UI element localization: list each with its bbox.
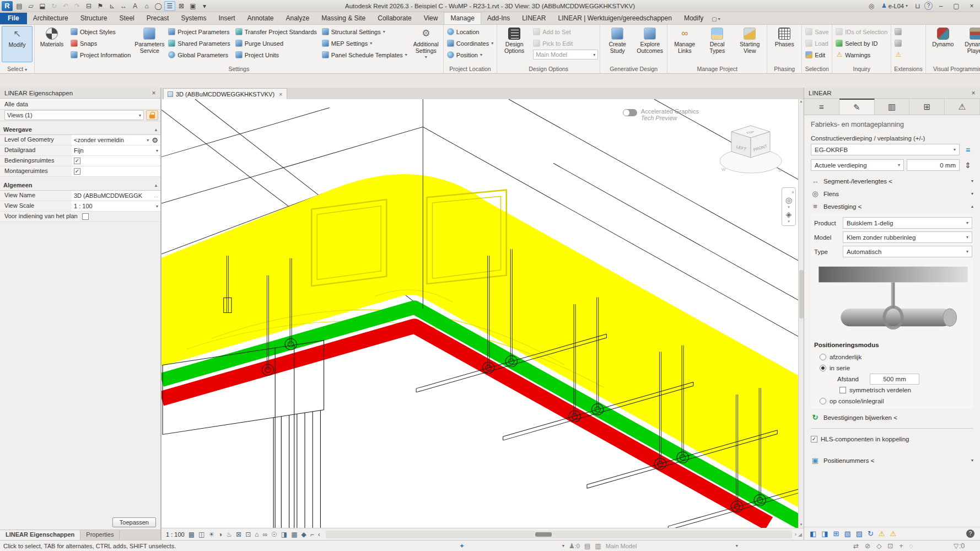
cart-icon[interactable]: ⊔	[912, 1, 923, 11]
resize-grip[interactable]: ◢	[798, 532, 804, 537]
positienummers-row[interactable]: ▣ Positienummers < ▾	[811, 454, 973, 467]
dynamo-button[interactable]: Dynamo	[928, 26, 959, 62]
zoom-icon[interactable]: ◈	[786, 210, 792, 219]
scrollbar-thumb[interactable]	[535, 532, 552, 537]
tab-warnings[interactable]: ⚠	[945, 99, 980, 115]
radio-afzonderlijk[interactable]: afzonderlijk	[814, 352, 972, 363]
show-rendering-icon[interactable]: ♨	[226, 531, 232, 538]
close-navbar-icon[interactable]: ×	[791, 190, 794, 195]
edit-selection-button[interactable]: Edit	[804, 49, 830, 61]
crop-view-icon[interactable]: ⊠	[236, 531, 241, 538]
tab-file[interactable]: File	[0, 13, 27, 24]
undo-icon[interactable]: ↶	[60, 1, 71, 11]
radio-in-serie[interactable]: in serie	[814, 363, 972, 374]
revit-logo[interactable]: R	[2, 1, 13, 11]
lock-view-icon[interactable]: ⌂	[255, 531, 259, 538]
temporary-hide-isolate-icon[interactable]: ∞	[262, 531, 267, 538]
project-information-button[interactable]: Project Information	[69, 49, 132, 61]
hls-checkbox[interactable]: ✓	[811, 436, 817, 442]
tab-edit[interactable]: ✎	[839, 99, 875, 115]
horizontal-scrollbar[interactable]	[326, 531, 792, 538]
status-tool-icon[interactable]: ✦	[459, 542, 465, 550]
close-properties-icon[interactable]: ×	[149, 89, 158, 97]
shadows-icon[interactable]: ◑	[218, 531, 222, 538]
3d-model-canvas[interactable]	[161, 99, 804, 528]
bevestigingen-bijwerken-row[interactable]: ↻ Bevestigingen bijwerken <	[811, 411, 973, 424]
detailgraad-dropdown[interactable]: Fijn▾	[72, 145, 160, 155]
views-dropdown[interactable]: Views (1)▾	[4, 110, 144, 120]
show-crop-icon[interactable]: ⊡	[245, 531, 251, 538]
linear-tool-6-icon[interactable]: ↻	[868, 530, 874, 538]
toepassen-button[interactable]: Toepassen	[112, 517, 156, 527]
selection-filter-button[interactable]: ▽ :0	[954, 542, 965, 550]
afstand-input[interactable]: 500 mm	[870, 374, 919, 385]
close-linear-panel-icon[interactable]: ×	[969, 89, 978, 97]
switch-windows-icon[interactable]: ▣	[187, 1, 198, 11]
gear-icon[interactable]: ⚙	[152, 136, 158, 144]
additional-settings-button[interactable]: ⚙ Additional Settings▾	[411, 26, 441, 62]
symmetrisch-row[interactable]: symmetrisch verdelen	[814, 385, 972, 396]
close-window-button[interactable]: ×	[965, 1, 979, 11]
search-icon[interactable]: ◎	[866, 1, 877, 11]
purge-unused-button[interactable]: Purge Unused	[234, 37, 319, 49]
tab-properties[interactable]: Properties	[80, 530, 120, 540]
tab-structure[interactable]: Structure	[74, 13, 114, 24]
tab-view[interactable]: View	[418, 13, 444, 24]
modify-button[interactable]: ↖ Modify	[2, 26, 33, 62]
materials-button[interactable]: Materials	[36, 26, 67, 62]
explore-outcomes-button[interactable]: Explore Outcomes	[634, 26, 665, 62]
section-algemeen[interactable]: Algemeen▴	[0, 180, 160, 191]
verplaatsing-input[interactable]: 0 mm	[907, 159, 960, 171]
montageruimtes-checkbox[interactable]: ✓	[74, 168, 80, 175]
redo-icon[interactable]: ↷	[72, 1, 83, 11]
text-icon[interactable]: A	[130, 1, 141, 11]
object-styles-button[interactable]: Object Styles	[69, 26, 132, 37]
tab-linear-eigenschappen[interactable]: LINEAR Eigenschappen	[0, 530, 80, 540]
analytical-model-icon[interactable]: ▦	[291, 531, 297, 538]
user-account-button[interactable]: ♟ e-L04 ▾	[878, 2, 911, 9]
extensions-tool-2-button[interactable]	[893, 37, 903, 49]
starting-view-button[interactable]: Starting View	[734, 26, 765, 62]
tab-linear-werktuigen[interactable]: LINEAR | Werktuigen/gereedschappen	[552, 13, 678, 24]
ribbon-display-toggle[interactable]: ▢▾	[712, 16, 720, 24]
accelerated-graphics-toggle[interactable]	[623, 109, 637, 116]
view-name-more-icon[interactable]: …	[154, 193, 158, 198]
level-of-geometry-dropdown[interactable]: <zonder vermeldin▾ ⚙	[72, 135, 160, 145]
design-options-button[interactable]: Design Options	[499, 26, 530, 62]
help-icon[interactable]: ?	[966, 530, 974, 538]
select-links-icon[interactable]: ⇄	[853, 542, 859, 550]
linear-tool-1-icon[interactable]: ◧	[810, 530, 816, 538]
sync-icon[interactable]: ↻	[49, 1, 60, 11]
position-button[interactable]: Position▾	[445, 49, 495, 61]
model-dropdown[interactable]: Klem zonder rubberinleg▾	[843, 231, 972, 243]
lock-button[interactable]	[146, 110, 158, 120]
measure-edit-icon[interactable]: ⇕	[962, 161, 973, 170]
close-hidden-windows-icon[interactable]: ⊠	[176, 1, 187, 11]
warning-2-icon[interactable]: ⚠	[890, 530, 897, 538]
tab-precast[interactable]: Precast	[141, 13, 175, 24]
collapse-bar-icon[interactable]: ‹	[318, 531, 320, 538]
dynamo-player-button[interactable]: Dynamo Player	[960, 26, 980, 62]
worksets-button[interactable]: ♟:0	[569, 542, 580, 550]
manage-links-button[interactable]: ∞ Manage Links	[669, 26, 700, 62]
open-icon[interactable]: ▱	[25, 1, 36, 11]
view-scale-button[interactable]: 1 : 100	[166, 531, 185, 538]
product-dropdown[interactable]: Buisklem 1-delig▾	[843, 217, 972, 229]
parameters-service-button[interactable]: Parameters Service	[134, 26, 165, 62]
panel-caption-select[interactable]: Select ▾	[2, 65, 33, 73]
decal-types-button[interactable]: Decal Types	[702, 26, 733, 62]
worksets-dialog-icon[interactable]: ▤	[584, 542, 590, 550]
radio-op-console[interactable]: op console/inlegrail	[814, 396, 972, 407]
default-3d-view-icon[interactable]: ⌂	[141, 1, 152, 11]
linear-tool-4-icon[interactable]: ▧	[844, 530, 851, 538]
drag-on-selection-icon[interactable]: +	[899, 542, 903, 550]
aligned-dimension-icon[interactable]: ↔	[118, 1, 129, 11]
tab-manage[interactable]: Manage	[444, 12, 481, 24]
design-options-dialog-icon[interactable]: ▥	[595, 542, 601, 550]
constructieverdieping-dropdown[interactable]: EG-OKRFB▾	[811, 144, 960, 155]
layers-icon[interactable]: ≡	[962, 145, 973, 154]
view-name-field[interactable]: 3D (ABBuMCDDWEGGK …	[72, 191, 160, 201]
tab-collaborate[interactable]: Collaborate	[371, 13, 417, 24]
view-scale-dropdown[interactable]: 1 : 100▾	[72, 201, 160, 211]
print-icon[interactable]: ⊟	[83, 1, 94, 11]
